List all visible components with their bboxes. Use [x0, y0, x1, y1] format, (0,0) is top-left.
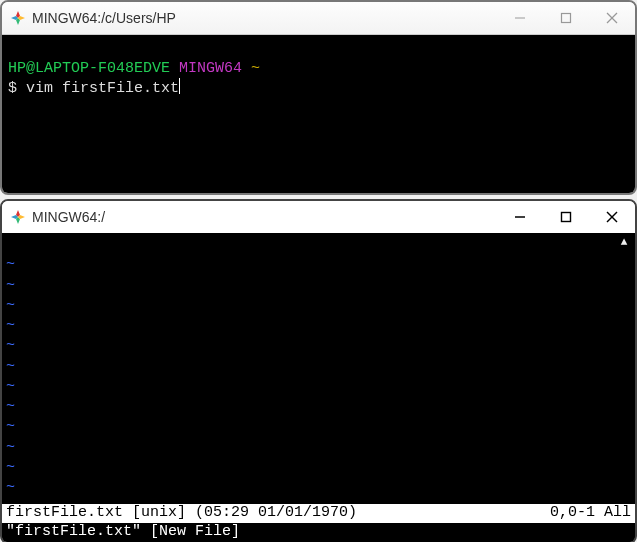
vim-status-line: firstFile.txt [unix] (05:29 01/01/1970) … [2, 504, 635, 523]
prompt-symbol: $ [8, 80, 17, 97]
tilde-line: ~ [6, 398, 15, 415]
terminal-body-1[interactable]: HP@LAPTOP-F048EDVE MINGW64 ~ $ vim first… [2, 35, 635, 193]
app-icon [10, 209, 26, 225]
command-text: vim firstFile.txt [26, 80, 179, 97]
cursor [179, 78, 180, 94]
close-button[interactable] [589, 201, 635, 233]
maximize-button[interactable] [543, 201, 589, 233]
window-title-1: MINGW64:/c/Users/HP [32, 10, 176, 26]
close-button[interactable] [589, 2, 635, 34]
window-terminal-1: MINGW64:/c/Users/HP HP@LAPTOP-F048EDVE M… [0, 0, 637, 195]
prompt-user: HP@LAPTOP-F048EDVE [8, 60, 170, 77]
status-right: 0,0-1 All [550, 504, 631, 523]
app-icon [10, 10, 26, 26]
scroll-up-arrow[interactable]: ▲ [617, 235, 631, 249]
svg-rect-5 [562, 213, 571, 222]
window-title-2: MINGW64:/ [32, 209, 105, 225]
tilde-line: ~ [6, 277, 15, 294]
footer-text: "firstFile.txt" [New File] [6, 523, 240, 540]
maximize-button[interactable] [543, 2, 589, 34]
window-controls-1 [497, 2, 635, 34]
tilde-line: ~ [6, 378, 15, 395]
titlebar-1[interactable]: MINGW64:/c/Users/HP [2, 2, 635, 35]
status-left: firstFile.txt [unix] (05:29 01/01/1970) [6, 504, 357, 523]
tilde-line: ~ [6, 418, 15, 435]
tilde-line: ~ [6, 297, 15, 314]
tilde-line: ~ [6, 459, 15, 476]
window-controls-2 [497, 201, 635, 233]
title-left-2: MINGW64:/ [2, 209, 497, 225]
window-terminal-2: MINGW64:/ ▲ ~ ~ ~ ~ ~ ~ ~ ~ ~ ~ ~ ~ firs… [0, 199, 637, 542]
tilde-line: ~ [6, 358, 15, 375]
svg-rect-1 [562, 14, 571, 23]
tilde-line: ~ [6, 337, 15, 354]
terminal-body-2[interactable]: ▲ ~ ~ ~ ~ ~ ~ ~ ~ ~ ~ ~ ~ firstFile.txt … [2, 233, 635, 542]
minimize-button[interactable] [497, 201, 543, 233]
vim-buffer: ~ ~ ~ ~ ~ ~ ~ ~ ~ ~ ~ ~ [2, 233, 635, 521]
tilde-line: ~ [6, 317, 15, 334]
tilde-line: ~ [6, 439, 15, 456]
prompt-env: MINGW64 [179, 60, 242, 77]
vim-command-line: "firstFile.txt" [New File] [2, 523, 635, 542]
minimize-button[interactable] [497, 2, 543, 34]
titlebar-2[interactable]: MINGW64:/ [2, 201, 635, 233]
title-left-1: MINGW64:/c/Users/HP [2, 10, 497, 26]
tilde-line: ~ [6, 256, 15, 273]
prompt-path: ~ [251, 60, 260, 77]
tilde-line: ~ [6, 479, 15, 496]
